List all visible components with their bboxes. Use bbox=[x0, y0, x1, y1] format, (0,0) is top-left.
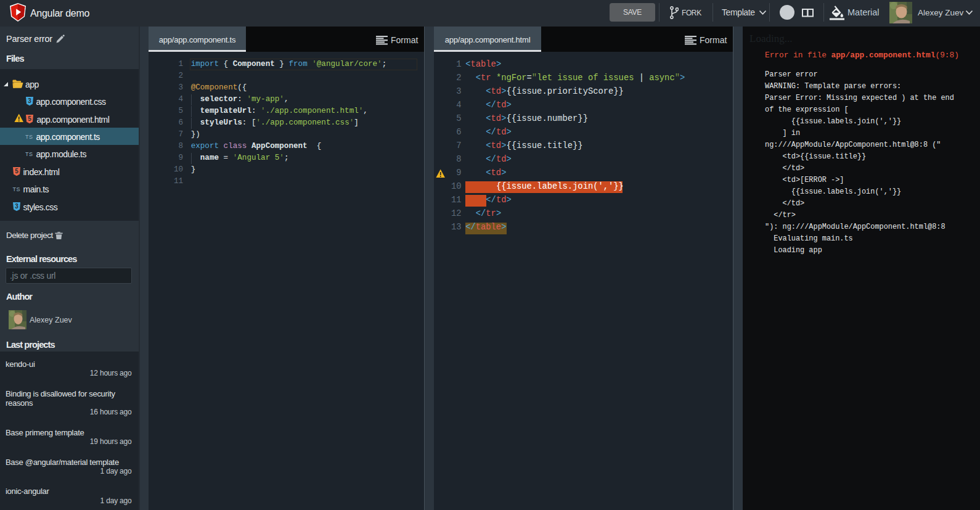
svg-text:5: 5 bbox=[28, 115, 31, 122]
svg-text:3: 3 bbox=[28, 98, 31, 105]
svg-text:3: 3 bbox=[15, 203, 18, 210]
svg-text:5: 5 bbox=[15, 168, 18, 175]
